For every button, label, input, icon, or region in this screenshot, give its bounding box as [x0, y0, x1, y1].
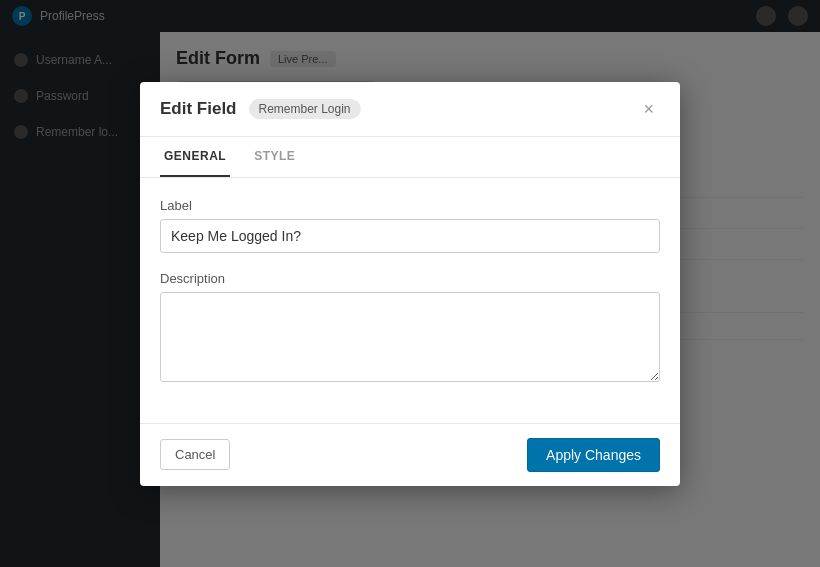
- tab-general[interactable]: GENERAL: [160, 137, 230, 177]
- description-form-group: Description: [160, 271, 660, 385]
- modal-header: Edit Field Remember Login ×: [140, 82, 680, 137]
- label-form-group: Label: [160, 198, 660, 253]
- apply-changes-button[interactable]: Apply Changes: [527, 438, 660, 472]
- modal-body: Label Description: [140, 178, 680, 423]
- edit-field-modal: Edit Field Remember Login × GENERAL STYL…: [140, 82, 680, 486]
- description-textarea[interactable]: [160, 292, 660, 382]
- modal-close-button[interactable]: ×: [637, 98, 660, 120]
- modal-title: Edit Field: [160, 99, 237, 119]
- label-field-label: Label: [160, 198, 660, 213]
- cancel-button[interactable]: Cancel: [160, 439, 230, 470]
- tab-style[interactable]: STYLE: [250, 137, 299, 177]
- modal-tabs: GENERAL STYLE: [140, 137, 680, 178]
- modal-field-badge: Remember Login: [249, 99, 361, 119]
- modal-footer: Cancel Apply Changes: [140, 423, 680, 486]
- label-input[interactable]: [160, 219, 660, 253]
- description-field-label: Description: [160, 271, 660, 286]
